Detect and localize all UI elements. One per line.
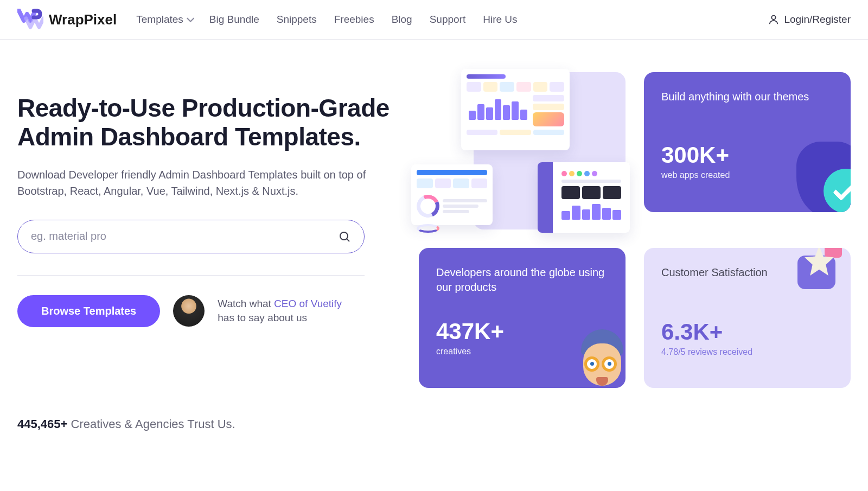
search-input[interactable] <box>31 230 338 243</box>
stat-card-developers: Developers around the globe using our pr… <box>419 248 626 388</box>
brand-name: WrapPixel <box>49 11 117 28</box>
ceo-prefix: Watch what <box>218 298 274 309</box>
ceo-quote[interactable]: Watch what CEO of Vuetify has to say abo… <box>218 297 359 326</box>
login-text: Login/Register <box>784 14 851 25</box>
shield-check-icon <box>796 142 851 212</box>
nav-templates-label: Templates <box>136 14 183 25</box>
svg-line-2 <box>347 239 349 241</box>
mockup-window-2 <box>411 164 493 225</box>
nav-snippets[interactable]: Snippets <box>277 14 317 25</box>
browse-templates-button[interactable]: Browse Templates <box>17 295 160 327</box>
nav-templates[interactable]: Templates <box>136 14 192 25</box>
user-icon <box>768 14 780 25</box>
nav-support[interactable]: Support <box>430 14 466 25</box>
hero-cta-row: Browse Templates Watch what CEO of Vueti… <box>17 295 397 327</box>
sat-number: 6.3K+ <box>661 319 833 345</box>
dev-title: Developers around the globe using our pr… <box>436 265 608 295</box>
hero-section: Ready-to-Use Production-Grade Admin Dash… <box>0 40 868 404</box>
stat-card-satisfaction: Customer Satisfaction 6.3K+ 4.78/5 revie… <box>644 248 851 388</box>
nav-hire-us[interactable]: Hire Us <box>483 14 517 25</box>
stat-card-build: Build anything with our themes 300K+ web… <box>644 72 851 212</box>
ceo-link: CEO of Vuetify <box>274 298 342 309</box>
mockup-window-3 <box>538 162 630 233</box>
mockup-window-1 <box>461 69 570 150</box>
svg-point-0 <box>772 16 776 20</box>
hero-divider <box>17 275 365 276</box>
ceo-suffix: has to say about us <box>218 312 307 323</box>
nav-freebies[interactable]: Freebies <box>334 14 374 25</box>
nav-blog[interactable]: Blog <box>392 14 412 25</box>
brand-logo[interactable]: WrapPixel <box>17 9 117 30</box>
hero-left: Ready-to-Use Production-Grade Admin Dash… <box>17 72 397 388</box>
hero-title: Ready-to-Use Production-Grade Admin Dash… <box>17 94 397 151</box>
brand-logo-icon <box>17 9 43 30</box>
search-icon <box>338 230 351 243</box>
dashboard-mockup-illustration <box>419 72 626 229</box>
main-nav: Templates Big Bundle Snippets Freebies B… <box>136 14 517 25</box>
ceo-avatar[interactable] <box>173 295 205 327</box>
hero-description: Download Developer friendly Admin Dashbo… <box>17 167 397 199</box>
sat-sub: 4.78/5 reviews received <box>661 347 833 357</box>
trust-text: Creatives & Agencies Trust Us. <box>67 417 235 431</box>
nav-big-bundle[interactable]: Big Bundle <box>209 14 259 25</box>
trust-count: 445,465+ <box>17 417 67 431</box>
build-title: Build anything with our themes <box>661 90 833 104</box>
hero-right-grid: Build anything with our themes 300K+ web… <box>419 72 851 388</box>
login-register-link[interactable]: Login/Register <box>768 14 851 25</box>
search-box[interactable] <box>17 220 365 253</box>
header-left: WrapPixel Templates Big Bundle Snippets … <box>17 9 518 30</box>
main-header: WrapPixel Templates Big Bundle Snippets … <box>0 0 868 40</box>
trust-line: 445,465+ Creatives & Agencies Trust Us. <box>0 404 868 453</box>
star-icon <box>792 248 844 295</box>
svg-point-1 <box>340 232 348 240</box>
face-icon <box>569 329 626 388</box>
